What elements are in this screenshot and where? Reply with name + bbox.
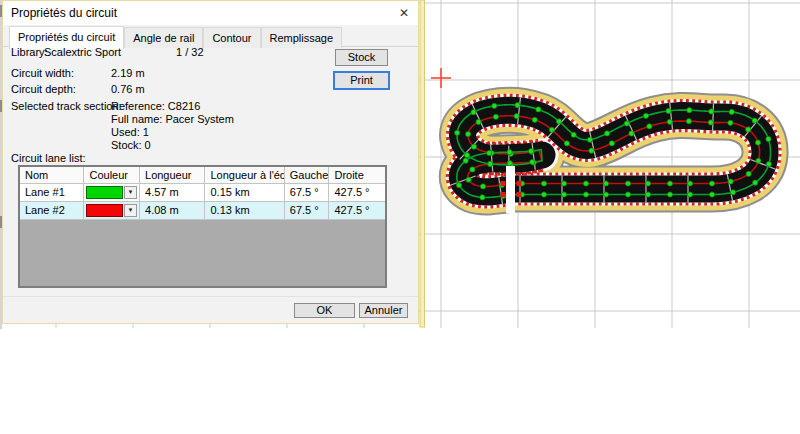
lane-color-swatch [86,186,123,199]
lane-color-cell[interactable]: ▼ [84,184,140,202]
print-button[interactable]: Print [333,71,390,90]
selected-section-label: Selected track section: [11,100,122,112]
lane-cell-gauche[interactable]: 67.5 ° [285,202,330,220]
library-value: Scalextric Sport [44,46,121,58]
column-header[interactable]: Nom [20,167,84,184]
table-header-row: NomCouleurLongueurLongueur à l'éc...Gauc… [20,167,385,184]
section-detail-line: Stock: 0 [111,139,234,152]
close-icon[interactable]: ✕ [395,4,413,22]
cancel-button[interactable]: Annuler [359,303,408,318]
lane-cell-droite[interactable]: 427.5 ° [329,184,385,202]
table-row[interactable]: Lane #2▼4.08 m0.13 km67.5 °427.5 ° [20,202,385,220]
section-detail-line: Used: 1 [111,126,234,139]
circuit-depth-value: 0.76 m [111,83,145,95]
lane-cell-longueur_echelle[interactable]: 0.15 km [205,184,284,202]
dialog-titlebar[interactable]: Propriétés du circuit ✕ [3,1,418,25]
ok-button[interactable]: OK [294,303,355,318]
lane-cell-longueur[interactable]: 4.57 m [140,184,205,202]
table-row[interactable]: Lane #1▼4.57 m0.15 km67.5 °427.5 ° [20,184,385,202]
lane-cell-gauche[interactable]: 67.5 ° [285,184,330,202]
color-dropdown-button[interactable]: ▼ [124,186,137,199]
circuit-depth-label: Circuit depth: [11,83,76,95]
tab-strip: Propriétés du circuitAngle de railContou… [3,25,418,47]
circuit-width-value: 2.19 m [111,67,145,79]
color-dropdown-button[interactable]: ▼ [124,204,137,217]
library-label: Library: [11,46,48,58]
cursor-crosshair [431,68,451,88]
column-header[interactable]: Droite [329,167,385,184]
selected-section-details: Reference: C8216Full name: Pacer SystemU… [111,100,234,152]
lane-cell-nom[interactable]: Lane #1 [20,184,84,202]
column-header[interactable]: Gauche [285,167,330,184]
circuit-lane-table[interactable]: NomCouleurLongueurLongueur à l'éc...Gauc… [18,165,387,288]
footer-divider [3,296,418,297]
lane-color-swatch [86,204,123,217]
library-scale: 1 / 32 [176,46,204,58]
section-detail-line: Full name: Pacer System [111,113,234,126]
lane-color-cell[interactable]: ▼ [84,202,140,220]
tab-contour[interactable]: Contour [203,27,260,48]
column-header[interactable]: Longueur à l'éc... [205,167,284,184]
lane-list-label: Circuit lane list: [11,152,86,164]
dialog-title: Propriétés du circuit [11,6,117,20]
column-header[interactable]: Longueur [140,167,205,184]
tab-angle-de-rail[interactable]: Angle de rail [124,27,203,48]
lane-cell-nom[interactable]: Lane #2 [20,202,84,220]
lane-cell-longueur_echelle[interactable]: 0.13 km [205,202,284,220]
slot-track[interactable] [447,95,780,213]
circuit-properties-dialog: Propriétés du circuit ✕ Propriétés du ci… [2,0,419,324]
offscreen-track-edge [420,0,425,327]
tab-remplissage[interactable]: Remplissage [261,27,343,48]
section-detail-line: Reference: C8216 [111,100,234,113]
stock-button[interactable]: Stock [335,49,388,66]
circuit-width-label: Circuit width: [11,67,74,79]
lane-cell-longueur[interactable]: 4.08 m [140,202,205,220]
column-header[interactable]: Couleur [84,167,140,184]
lane-cell-droite[interactable]: 427.5 ° [329,202,385,220]
